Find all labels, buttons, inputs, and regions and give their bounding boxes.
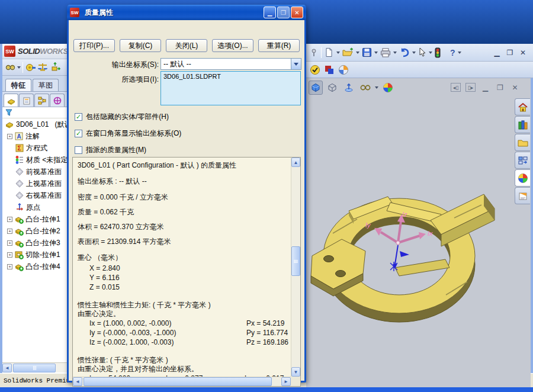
realview-sphere-icon[interactable] bbox=[515, 169, 530, 187]
measure-icon[interactable] bbox=[25, 62, 36, 73]
render-sphere-icon[interactable] bbox=[338, 65, 349, 75]
expand-icon[interactable]: + bbox=[7, 252, 12, 258]
tree-filter-bar[interactable] bbox=[2, 107, 67, 118]
chevron-down-icon[interactable] bbox=[17, 66, 21, 69]
scroll-thumb[interactable] bbox=[291, 246, 300, 276]
close-icon[interactable]: ✕ bbox=[291, 7, 303, 18]
open-icon[interactable] bbox=[342, 47, 354, 57]
library-folder-icon[interactable] bbox=[515, 134, 530, 151]
chevron-down-icon[interactable] bbox=[412, 52, 416, 54]
new-document-icon[interactable] bbox=[324, 47, 334, 57]
tree-item-part-root[interactable]: 3D06_L01(默认 bbox=[2, 118, 67, 130]
tree-item-feature-8[interactable]: +凸台-拉伸1 bbox=[2, 213, 67, 225]
tree-item-feature-2[interactable]: Σ方程式 bbox=[2, 142, 67, 154]
assigned-mass-properties-checkbox[interactable]: 指派的质量属性(M) bbox=[75, 145, 146, 155]
mass-properties-icon[interactable] bbox=[37, 62, 48, 73]
results-horizontal-scrollbar[interactable]: ◄ ► bbox=[73, 377, 291, 386]
scroll-right-button[interactable]: ► bbox=[281, 377, 291, 386]
dialog-titlebar[interactable]: SW 质量属性 ▁ ❐ ✕ bbox=[67, 5, 306, 20]
tree-item-feature-1[interactable]: +A注解 bbox=[2, 130, 67, 142]
tab-configuration-manager[interactable] bbox=[34, 94, 49, 107]
help-icon[interactable]: ? bbox=[450, 48, 455, 57]
expand-icon[interactable]: + bbox=[7, 229, 12, 234]
sketch-squares-icon[interactable] bbox=[324, 65, 335, 75]
chevron-down-icon[interactable] bbox=[458, 52, 461, 54]
wireframe-view-icon[interactable] bbox=[325, 81, 339, 95]
tree-item-feature-12[interactable]: +凸台-拉伸4 bbox=[2, 261, 67, 272]
previous-view-icon[interactable]: ◂▯ bbox=[451, 83, 461, 92]
file-explorer-icon[interactable] bbox=[515, 152, 530, 169]
output-coordinate-combobox[interactable]: -- 默认 -- bbox=[160, 58, 301, 70]
undo-icon[interactable] bbox=[399, 48, 410, 57]
pin-icon[interactable] bbox=[309, 48, 319, 57]
tab-feature-tree[interactable] bbox=[4, 94, 18, 107]
chevron-down-icon[interactable] bbox=[375, 86, 378, 89]
restore-icon[interactable]: ❐ bbox=[277, 7, 290, 18]
print-button[interactable]: 打印(P)... bbox=[73, 39, 115, 52]
expand-icon[interactable]: + bbox=[7, 264, 12, 269]
tree-item-feature-11[interactable]: +切除-拉伸1 bbox=[2, 249, 67, 261]
combobox-drop-button[interactable] bbox=[291, 59, 301, 69]
scroll-left-button[interactable]: ◄ bbox=[2, 364, 12, 372]
tree-horizontal-scrollbar[interactable]: ◄ bbox=[2, 362, 67, 372]
copy-button[interactable]: 复制(C) bbox=[120, 39, 161, 52]
scroll-left-button[interactable]: ◄ bbox=[73, 377, 82, 386]
tab-sketch[interactable]: 草图 bbox=[33, 79, 59, 91]
view-settings-glasses-icon[interactable] bbox=[358, 81, 373, 95]
selected-items-field[interactable]: 3D06_L01.SLDPRT bbox=[160, 71, 301, 105]
include-hidden-bodies-checkbox[interactable]: ✓包括隐藏的实体/零部件(H) bbox=[75, 112, 169, 121]
scroll-thumb[interactable] bbox=[84, 377, 272, 386]
checkbox-unchecked-icon[interactable] bbox=[75, 146, 82, 154]
restore-icon[interactable]: ❐ bbox=[495, 83, 505, 92]
ok-check-icon[interactable] bbox=[310, 65, 320, 75]
scroll-thumb[interactable] bbox=[13, 364, 56, 372]
tab-features[interactable]: 特征 bbox=[5, 79, 31, 91]
tab-property-manager[interactable] bbox=[19, 94, 34, 107]
rebuild-trafficlight-icon[interactable] bbox=[435, 47, 441, 58]
show-output-coordinate-checkbox[interactable]: ✓在窗口角落显示输出坐标系(O) bbox=[75, 128, 181, 138]
tree-item-feature-9[interactable]: +凸台-拉伸2 bbox=[2, 225, 67, 237]
view-settings-icon[interactable] bbox=[5, 62, 15, 73]
recalculate-button[interactable]: 重算(R) bbox=[258, 39, 300, 52]
graphics-viewport[interactable]: Iz Iy Ix ◂▯ ▯▸ ▁ ❐ ✕ bbox=[306, 78, 531, 387]
appearances-icon[interactable] bbox=[515, 187, 530, 204]
tree-item-feature-3[interactable]: 材质 <未指定 bbox=[2, 154, 67, 166]
tree-item-feature-7[interactable]: 原点 bbox=[2, 201, 67, 213]
close-icon[interactable]: ✕ bbox=[510, 83, 520, 92]
next-view-icon[interactable]: ▯▸ bbox=[465, 83, 476, 92]
tree-item-feature-10[interactable]: +凸台-拉伸3 bbox=[2, 237, 67, 249]
shaded-view-icon[interactable] bbox=[309, 81, 323, 95]
tree-item-feature-6[interactable]: 右视基准面 bbox=[2, 189, 67, 201]
realview-sphere-icon[interactable] bbox=[381, 81, 395, 95]
chevron-down-icon[interactable] bbox=[429, 52, 432, 54]
tab-dimxpert[interactable] bbox=[50, 94, 65, 107]
home-icon[interactable] bbox=[515, 98, 530, 115]
tree-item-feature-4[interactable]: 前视基准面 bbox=[2, 166, 67, 178]
minimize-icon[interactable]: ▁ bbox=[492, 49, 502, 57]
minimize-icon[interactable]: ▁ bbox=[480, 83, 490, 92]
checkbox-checked-icon[interactable]: ✓ bbox=[75, 113, 82, 121]
chevron-down-icon[interactable] bbox=[336, 52, 340, 54]
resources-icon[interactable] bbox=[515, 116, 530, 133]
expand-icon[interactable]: + bbox=[7, 134, 12, 139]
select-cursor-icon[interactable] bbox=[418, 47, 426, 57]
expand-icon[interactable]: + bbox=[7, 217, 12, 222]
results-vertical-scrollbar[interactable]: ▲ ▼ bbox=[291, 158, 300, 377]
minimize-icon[interactable]: ▁ bbox=[264, 7, 276, 18]
expand-icon[interactable]: + bbox=[7, 240, 12, 246]
section-axis-icon[interactable] bbox=[342, 81, 356, 95]
chevron-down-icon[interactable] bbox=[393, 52, 397, 54]
save-icon[interactable] bbox=[362, 47, 372, 57]
tree-item-feature-5[interactable]: 上视基准面 bbox=[2, 178, 67, 189]
options-button[interactable]: 选项(O)... bbox=[212, 39, 253, 52]
restore-icon[interactable]: ❐ bbox=[505, 49, 515, 57]
scroll-down-button[interactable]: ▼ bbox=[291, 367, 300, 377]
scroll-up-button[interactable]: ▲ bbox=[291, 158, 300, 167]
close-icon[interactable]: ✕ bbox=[518, 49, 528, 57]
close-button[interactable]: 关闭(L) bbox=[166, 39, 207, 52]
move-icon[interactable] bbox=[50, 62, 60, 73]
chevron-down-icon[interactable] bbox=[356, 52, 359, 54]
checkbox-checked-icon[interactable]: ✓ bbox=[75, 130, 82, 137]
print-icon[interactable] bbox=[380, 48, 391, 57]
chevron-down-icon[interactable] bbox=[374, 52, 378, 54]
